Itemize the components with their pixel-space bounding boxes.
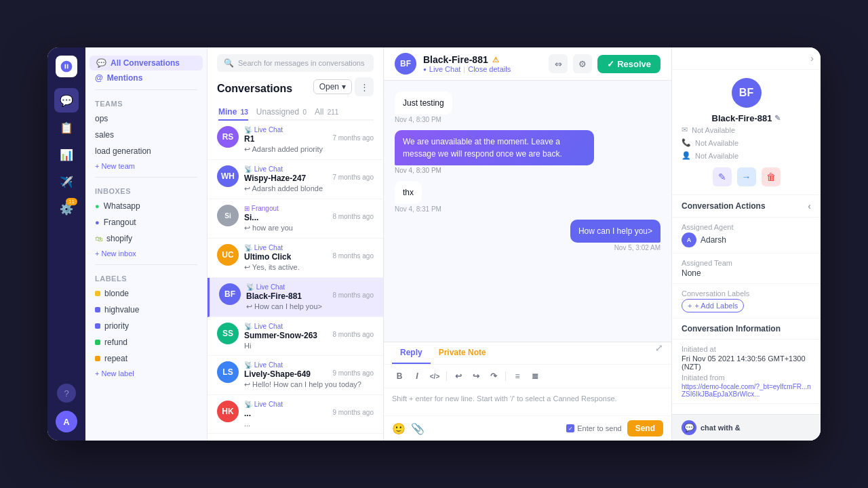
conv-item-wh[interactable]: WH 📡 Live Chat Wispy-Haze-247 7 months a… — [208, 160, 383, 199]
tab-unassigned[interactable]: Unassigned 0 — [256, 104, 307, 121]
mentions-link[interactable]: @ Mentions — [85, 70, 207, 85]
bullets-btn[interactable]: ≡ — [510, 369, 525, 384]
label-priority[interactable]: priority — [85, 318, 207, 334]
chat-contact-name: Black-Fire-881 ⚠ — [423, 54, 542, 65]
frangout-icon: ● — [95, 218, 100, 226]
label-refund[interactable]: refund — [85, 334, 207, 350]
toolbar-divider-1 — [446, 371, 447, 381]
app-logo[interactable] — [56, 56, 77, 77]
right-panel: › BF Black-Fire-881 ✎ ✉ Not Available 📞 … — [671, 47, 821, 441]
conv-content-ls: 📡 Live Chat Lively-Shape-649 9 months ag… — [244, 361, 374, 389]
conv-item-bf[interactable]: BF 📡 Live Chat Black-Fire-881 8 months a… — [208, 278, 383, 317]
avatar-ls: LS — [217, 361, 239, 383]
conv-item-ss[interactable]: SS 📡 Live Chat Summer-Snow-263 8 months … — [208, 317, 383, 356]
sidebar-icon-conversations[interactable]: 💬 — [54, 88, 79, 113]
edit-contact-icon[interactable]: ✎ — [774, 114, 781, 123]
redo-btn[interactable]: ↪ — [469, 369, 484, 384]
reply-placeholder: Shift + enter for new line. Start with '… — [392, 394, 617, 403]
tab-private-note[interactable]: Private Note — [431, 342, 494, 364]
avatar-wh: WH — [217, 165, 239, 187]
chat-messages: Just testing Nov 4, 8:30 PM We are unava… — [384, 81, 671, 342]
avatar-rs: RS — [217, 126, 239, 148]
conv-item-ls[interactable]: LS 📡 Live Chat Lively-Shape-649 9 months… — [208, 356, 383, 395]
tab-mine[interactable]: Mine 13 — [218, 104, 248, 121]
redo2-btn[interactable]: ↷ — [486, 369, 501, 384]
view-contact-btn[interactable]: → — [737, 167, 756, 186]
all-conversations-link[interactable]: 💬 All Conversations — [90, 56, 203, 70]
add-inbox-link[interactable]: + New inbox — [85, 247, 207, 260]
collapse-right-panel-btn[interactable]: › — [810, 53, 814, 64]
avatar-hk: HK — [217, 401, 239, 422]
nav-team-sales[interactable]: sales — [85, 127, 207, 143]
emoji-btn[interactable]: 🙂 — [392, 422, 406, 435]
edit-contact-btn[interactable]: ✎ — [713, 167, 732, 186]
nav-inbox-shopify[interactable]: 🛍 shopify — [85, 230, 207, 247]
avatar-ss: SS — [217, 323, 239, 344]
meta-bf: Black-Fire-881 8 months ago — [246, 291, 374, 301]
enter-to-send-checkbox[interactable]: ✓ — [566, 424, 574, 432]
nav-team-loadgen[interactable]: load generation — [85, 143, 207, 159]
conv-item-uc[interactable]: UC 📡 Live Chat Ultimo Click 8 months ago… — [208, 239, 383, 278]
reply-expand-btn[interactable]: ⤢ — [655, 342, 663, 364]
filter-options-btn[interactable]: ⋮ — [355, 77, 374, 96]
nav-inbox-frangout[interactable]: ● Frangout — [85, 214, 207, 230]
collapse-conv-actions-btn[interactable]: ‹ — [808, 201, 811, 211]
resolve-button[interactable]: ✓ Resolve — [597, 55, 660, 73]
chat-expand-btn[interactable]: ⇔ — [549, 54, 568, 73]
send-button[interactable]: Send — [627, 420, 663, 436]
conversations-icon: 💬 — [96, 58, 106, 68]
conv-item-hk[interactable]: HK 📡 Live Chat ... 9 months ago ... — [208, 395, 383, 434]
toolbar-divider-2 — [505, 371, 506, 381]
delete-contact-btn[interactable]: 🗑 — [762, 167, 781, 186]
initiated-from-url[interactable]: https://demo-focale.com/?_bt=eylfcmFR...… — [682, 383, 811, 398]
name-ss: Summer-Snow-263 — [244, 331, 317, 340]
conversation-labels-section: Conversation Labels + + Add Labels — [672, 284, 821, 319]
nav-team-ops[interactable]: ops — [85, 110, 207, 127]
nav-inbox-whatsapp[interactable]: ● Whatsapp — [85, 198, 207, 214]
code-btn[interactable]: </> — [427, 369, 442, 384]
add-labels-btn[interactable]: + + Add Labels — [682, 299, 744, 312]
time-uc: 8 months ago — [332, 252, 374, 260]
filter-open-btn[interactable]: Open ▾ — [313, 79, 352, 94]
conv-content-bf: 📡 Live Chat Black-Fire-881 8 months ago … — [246, 283, 374, 311]
agent-avatar: A — [682, 232, 696, 247]
close-details-link[interactable]: Close details — [468, 65, 511, 73]
phone-icon: 📞 — [682, 138, 691, 147]
preview-ss: Hi — [244, 342, 374, 350]
msg-group-thx: thx Nov 4, 8:31 PM — [395, 181, 660, 213]
chat-widget-banner[interactable]: 💬 chat with & — [672, 414, 821, 441]
tab-reply[interactable]: Reply — [392, 342, 431, 364]
attachment-btn[interactable]: 📎 — [411, 422, 425, 435]
tab-all[interactable]: All 211 — [315, 104, 338, 121]
conv-content-ss: 📡 Live Chat Summer-Snow-263 8 months ago… — [244, 323, 374, 350]
help-button[interactable]: ? — [57, 384, 76, 403]
italic-btn[interactable]: I — [410, 369, 425, 384]
numbered-btn[interactable]: ≣ — [528, 369, 542, 384]
time-rs: 7 months ago — [332, 134, 374, 142]
label-repeat[interactable]: repeat — [85, 350, 207, 367]
user-avatar[interactable]: A — [56, 411, 77, 432]
sidebar-icon-campaigns[interactable]: ✈️ — [54, 169, 79, 194]
reply-input[interactable]: Shift + enter for new line. Start with '… — [384, 388, 671, 415]
meta-uc: Ultimo Click 8 months ago — [244, 252, 374, 262]
chat-header-info: Black-Fire-881 ⚠ ● Live Chat | Close det… — [423, 54, 542, 73]
add-label-link[interactable]: + New label — [85, 367, 207, 380]
conv-item-si[interactable]: Si ⊞ Frangout Si... 8 months ago ↩ how a… — [208, 199, 383, 239]
chat-search-btn[interactable]: ⚙ — [573, 54, 592, 73]
sidebar-icon-analytics[interactable]: 📊 — [54, 142, 79, 167]
undo-btn[interactable]: ↩ — [451, 369, 466, 384]
chat-panel: BF Black-Fire-881 ⚠ ● Live Chat | Close … — [384, 47, 671, 441]
bold-btn[interactable]: B — [392, 369, 407, 384]
label-refund-text: refund — [104, 338, 127, 347]
warning-icon: ⚠ — [492, 56, 499, 64]
search-bar[interactable]: 🔍 Search for messages in conversations — [217, 54, 374, 72]
sidebar-icon-reports[interactable]: 📋 — [54, 115, 79, 140]
label-blonde[interactable]: blonde — [85, 285, 207, 302]
add-team-link[interactable]: + New team — [85, 159, 207, 173]
contact-section: BF Black-Fire-881 ✎ ✉ Not Available 📞 No… — [672, 70, 821, 195]
time-ls: 9 months ago — [332, 369, 374, 377]
label-highvalue[interactable]: highvalue — [85, 302, 207, 318]
sidebar-icon-settings[interactable]: ⚙️ 11 — [54, 197, 79, 221]
conv-item-rs[interactable]: RS 📡 Live Chat R1 7 months ago ↩ Adarsh … — [208, 121, 383, 160]
preview-uc: ↩ Yes, its active. — [244, 263, 374, 272]
